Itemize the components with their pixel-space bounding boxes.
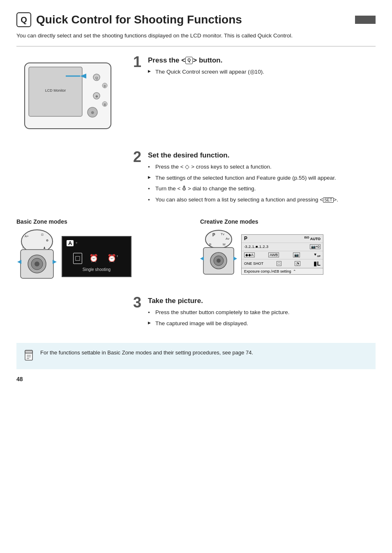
- note-memo-icon: [24, 349, 35, 361]
- step-1-row: LCD Monitor Q D ⊕ ☰ ⊕ 1 Press the <Q> bu…: [16, 55, 376, 138]
- step-1-bullets: The Quick Control screen will appear (◎1…: [148, 68, 264, 76]
- svg-text:☰: ☰: [104, 103, 106, 106]
- svg-text:⊕: ⊕: [95, 95, 98, 98]
- svg-text:Q: Q: [95, 76, 98, 80]
- svg-rect-40: [25, 350, 32, 353]
- step-3-bullets: Press the shutter button completely to t…: [148, 308, 289, 328]
- svg-text:☾: ☾: [22, 246, 25, 249]
- cz-compensation: 📷+0: [310, 244, 321, 249]
- zone-modes-section: Basic Zone modes A+ ⊡ ✿ ♟ ☾: [16, 218, 376, 284]
- cz-row-1: P ISO AUTO: [242, 235, 323, 243]
- step-2-number: 2: [133, 150, 141, 164]
- svg-text:Av: Av: [226, 237, 229, 241]
- subtitle: You can directly select and set the shoo…: [16, 31, 370, 40]
- cz-picture-style: ◆◆A: [244, 252, 255, 257]
- cz-footer-text: Exposure comp./AEB setting: [244, 269, 291, 273]
- basic-zone-title: Basic Zone modes: [16, 218, 192, 225]
- cz-footer: Exposure comp./AEB setting ⌃: [242, 268, 323, 274]
- cz-quality-size: ▮L: [314, 260, 321, 267]
- svg-text:♟: ♟: [43, 246, 46, 249]
- cz-quality: 📷: [293, 252, 300, 257]
- bz-drive-icons: □ ⏰ ⏰‛: [67, 253, 127, 264]
- bz-drive-continuous-icon: ⏰‛: [105, 253, 120, 264]
- step-1-content: 1 Press the <Q> button. The Quick Contro…: [133, 55, 376, 79]
- creative-zone-camera: P Tv Av M B: [200, 229, 237, 280]
- bz-drive-timer-icon: ⏰: [87, 253, 100, 264]
- svg-text:✿: ✿: [46, 239, 48, 242]
- cz-flash: ▼UP: [314, 252, 321, 257]
- page-title: Quick Control for Shooting Functions: [36, 13, 242, 26]
- bz-drive-single-icon: □: [73, 253, 83, 264]
- basic-zone-camera: A+ ⊡ ✿ ♟ ☾: [16, 229, 58, 284]
- cz-wb: AWB: [268, 252, 279, 257]
- note-icon: [24, 349, 35, 363]
- svg-marker-37: [200, 257, 204, 261]
- bz-top-bar: A +: [67, 240, 127, 246]
- q-icon: Q: [16, 12, 31, 27]
- creative-zone-title: Creative Zone modes: [200, 218, 376, 225]
- page-number: 48: [16, 376, 376, 382]
- page-header: Q Quick Control for Shooting Functions: [16, 12, 376, 27]
- svg-text:⊡: ⊡: [41, 233, 44, 236]
- bz-mode-icon: A: [67, 240, 74, 246]
- step-3-bullet-1: Press the shutter button completely to t…: [148, 308, 289, 317]
- bz-superscript: +: [75, 241, 77, 245]
- title-decoration: [355, 16, 376, 24]
- svg-marker-25: [17, 260, 21, 264]
- step-2-title: Set the desired function.: [148, 150, 338, 160]
- q-button-icon: Q: [185, 57, 193, 64]
- step-3-title: Take the picture.: [148, 295, 289, 305]
- cz-exposure-scale: -3..2..1..■..1..2..3: [244, 245, 268, 249]
- step-1-bullet-1: The Quick Control screen will appear (◎1…: [148, 68, 264, 76]
- cz-row-2: -3..2..1..■..1..2..3 📷+0: [242, 243, 323, 251]
- note-text: For the functions settable in Basic Zone…: [40, 349, 253, 357]
- camera-back-svg: LCD Monitor Q D ⊕ ☰ ⊕: [16, 55, 119, 137]
- basic-zone-camera-svg: A+ ⊡ ✿ ♟ ☾: [16, 229, 58, 282]
- step-2-row: 2 Set the desired function. Press the < …: [16, 150, 376, 207]
- cz-drive-icon: □: [277, 261, 281, 266]
- svg-text:M: M: [223, 243, 226, 246]
- svg-text:P: P: [212, 233, 215, 237]
- step-2-bullet-2: The settings of the selected function an…: [148, 174, 338, 183]
- svg-text:B: B: [209, 243, 211, 246]
- step-3-content: 3 Take the picture. Press the shutter bu…: [133, 295, 376, 331]
- cz-metering-icon: ◔: [295, 261, 300, 266]
- step-3-bullet-2: The captured image will be displayed.: [148, 319, 289, 328]
- step-2-bullet-3: Turn the < ⛢ > dial to change the settin…: [148, 185, 338, 193]
- step-1-number: 1: [133, 55, 141, 69]
- divider: [16, 46, 376, 46]
- svg-text:LCD Monitor: LCD Monitor: [45, 88, 66, 93]
- cz-screen: P ISO AUTO -3..2..1..■..1..2..3 📷+0 ◆◆A …: [241, 234, 323, 275]
- svg-marker-26: [53, 260, 57, 264]
- cz-camera-svg: P Tv Av M B: [200, 229, 237, 278]
- step-1-image: LCD Monitor Q D ⊕ ☰ ⊕: [16, 55, 123, 138]
- cz-row-3: ◆◆A AWB 📷 ▼UP: [242, 251, 323, 259]
- basic-zone-screen: A + □ ⏰ ⏰‛ Single shooting: [62, 236, 131, 277]
- step-2-bullet-1: Press the < ◇ > cross keys to select a f…: [148, 163, 338, 171]
- svg-marker-38: [233, 257, 237, 261]
- cz-mode: P: [244, 236, 247, 241]
- bz-drive-label: Single shooting: [67, 267, 127, 272]
- note-box: For the functions settable in Basic Zone…: [16, 343, 376, 369]
- step-1-title: Press the <Q> button.: [148, 55, 264, 65]
- svg-point-24: [35, 261, 39, 266]
- basic-zone-content: A+ ⊡ ✿ ♟ ☾ A: [16, 229, 192, 284]
- svg-text:D: D: [104, 85, 106, 88]
- svg-text:Tv: Tv: [221, 232, 224, 236]
- step-2-content: 2 Set the desired function. Press the < …: [133, 150, 376, 207]
- svg-text:⊕: ⊕: [91, 110, 94, 115]
- creative-zone-col: Creative Zone modes P Tv Av M B: [200, 218, 376, 280]
- creative-zone-content: P Tv Av M B: [200, 229, 376, 280]
- step-3-number: 3: [133, 295, 141, 310]
- cz-iso-auto: ISO AUTO: [304, 236, 321, 241]
- basic-zone-col: Basic Zone modes A+ ⊡ ✿ ♟ ☾: [16, 218, 192, 284]
- step-2-bullet-4: You can also select from a list by selec…: [148, 196, 338, 204]
- cz-row-4: ONE SHOT □ ◔ ▮L: [242, 259, 323, 268]
- svg-point-36: [217, 259, 221, 263]
- cz-footer-arrow: ⌃: [293, 269, 296, 273]
- step-2-bullets: Press the < ◇ > cross keys to select a f…: [148, 163, 338, 205]
- svg-text:A+: A+: [25, 234, 29, 238]
- cz-drive-mode: ONE SHOT: [244, 261, 263, 266]
- step-3-row: 3 Take the picture. Press the shutter bu…: [16, 295, 376, 331]
